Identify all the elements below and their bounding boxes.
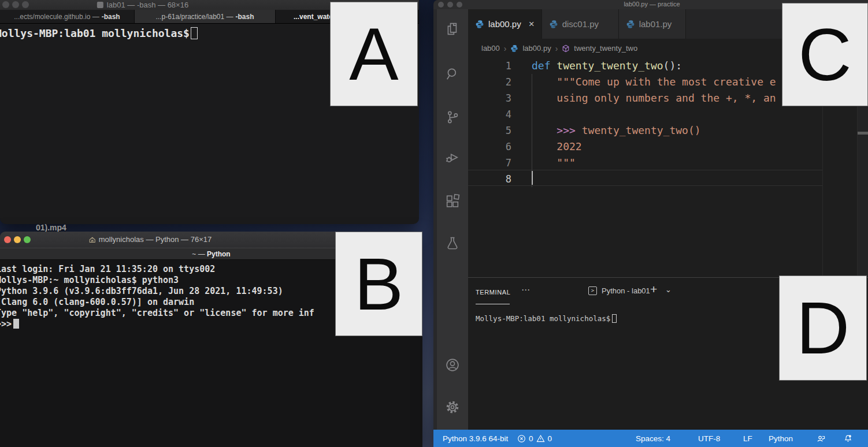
minimize-button[interactable]	[14, 236, 21, 243]
vscode-window-title: lab00.py — practice	[624, 1, 680, 8]
active-tab-underline	[476, 304, 510, 304]
line-number: 1	[468, 58, 511, 74]
python-file-icon	[549, 20, 558, 29]
label-box-d: D	[779, 275, 867, 381]
settings-gear-icon[interactable]	[444, 399, 461, 415]
tab-label: disc01.py	[562, 19, 599, 29]
code-line-1: def twenty_twenty_two():	[532, 58, 682, 74]
desktop: 01).mp4 lab01 — -bash — 68×16 ...ects/mo…	[0, 0, 868, 447]
label-letter-b: B	[354, 247, 403, 321]
breadcrumb-folder[interactable]: lab00	[481, 44, 500, 53]
code-line-3: using only numbers and the +, *, an	[532, 90, 776, 106]
vscode-terminal-prompt[interactable]: Mollys-MBP:lab01 mollynicholas$	[476, 314, 617, 323]
notifications-bell-icon[interactable]	[844, 430, 852, 447]
code-line-6: 2022	[532, 139, 582, 155]
line-number: 5	[468, 122, 511, 139]
label-letter-c: C	[798, 18, 851, 92]
label-letter-d: D	[796, 291, 850, 365]
tab-disc01-py[interactable]: disc01.py	[542, 9, 619, 39]
encoding-status[interactable]: UTF-8	[698, 430, 720, 447]
terminal-a-title: lab01 — -bash — 68×16	[97, 1, 188, 9]
label-box-c: C	[782, 3, 868, 106]
terminal-session-select[interactable]: > Python - lab01	[588, 286, 650, 295]
terminal-cursor	[13, 319, 19, 329]
eol-status[interactable]: LF	[743, 430, 752, 447]
new-terminal-button[interactable]: +	[650, 282, 657, 296]
terminal-panel-tab[interactable]: TERMINAL	[476, 289, 510, 296]
zoom-button[interactable]	[24, 236, 31, 243]
terminal-cursor	[191, 27, 198, 39]
home-icon	[89, 236, 96, 245]
zoom-button[interactable]	[457, 2, 462, 8]
close-button[interactable]	[438, 2, 444, 8]
chevron-right-icon: ›	[555, 44, 558, 53]
chevron-down-icon[interactable]: ⌄	[665, 285, 672, 294]
label-box-a: A	[330, 2, 418, 106]
breadcrumb-file[interactable]: lab00.py	[522, 44, 551, 53]
close-button[interactable]	[4, 236, 11, 243]
run-debug-icon[interactable]	[444, 149, 461, 165]
test-beaker-icon[interactable]	[444, 236, 461, 252]
account-icon[interactable]	[444, 357, 461, 373]
tab-label: lab00.py	[488, 19, 521, 29]
desktop-file-label[interactable]: 01).mp4	[36, 223, 66, 232]
extensions-icon[interactable]	[444, 193, 461, 209]
indentation-status[interactable]: Spaces: 4	[636, 430, 670, 447]
zoom-button[interactable]	[22, 1, 29, 8]
explorer-icon[interactable]	[444, 21, 461, 37]
breadcrumb-symbol[interactable]: twenty_twenty_two	[574, 44, 637, 53]
line-number: 7	[468, 155, 511, 171]
more-actions-icon[interactable]: ⋯	[521, 285, 531, 295]
terminal-b-tab[interactable]: ~ — Python	[192, 250, 230, 258]
terminal-session-label: Python - lab01	[602, 286, 650, 295]
symbol-namespace-icon	[562, 44, 570, 53]
chevron-right-icon: ›	[504, 44, 507, 53]
tab-label: lab01.py	[639, 19, 672, 29]
minimize-button[interactable]	[447, 2, 453, 8]
warning-icon	[536, 434, 545, 443]
error-count: 0	[529, 434, 533, 443]
terminal-icon: >	[588, 286, 597, 295]
language-mode-status[interactable]: Python	[769, 430, 793, 447]
line-number: 2	[468, 74, 511, 90]
label-box-b: B	[335, 232, 422, 336]
python-file-icon	[510, 44, 518, 53]
line-number: 3	[468, 90, 511, 106]
close-button[interactable]	[2, 1, 9, 8]
window-proxy-icon	[97, 2, 103, 8]
code-line-5: >>> twenty_twenty_two()	[532, 122, 701, 139]
python-file-icon	[475, 20, 484, 29]
line-number: 6	[468, 139, 511, 155]
status-bar: Python 3.9.6 64-bit 0 0 Spaces: 4 UTF-8 …	[433, 430, 868, 447]
code-line-7: """	[532, 155, 576, 171]
search-icon[interactable]	[444, 66, 461, 82]
line-number: 4	[468, 106, 511, 122]
terminal-tab-lab01[interactable]: ...p-61a/practice/lab01 — -bash	[135, 10, 276, 23]
problems-status[interactable]: 0 0	[517, 430, 552, 447]
close-tab-icon[interactable]: ×	[529, 18, 535, 30]
editor-cursor	[532, 171, 533, 185]
code-line-2: """Come up with the most creative e	[532, 74, 776, 90]
feedback-icon[interactable]	[817, 430, 825, 447]
python-interpreter-status[interactable]: Python 3.9.6 64-bit	[443, 430, 508, 447]
tab-lab01-py[interactable]: lab01.py	[619, 9, 686, 39]
source-control-icon[interactable]	[444, 109, 461, 125]
line-number: 8	[468, 171, 511, 187]
label-letter-a: A	[349, 17, 398, 91]
terminal-b-title: mollynicholas — Python — 76×17	[89, 235, 212, 245]
error-icon	[517, 434, 526, 443]
python-file-icon	[626, 20, 635, 29]
terminal-tab-molecule[interactable]: ...ects/molecule.github.io — -bash	[0, 10, 135, 23]
warning-count: 0	[548, 434, 552, 443]
scrollbar-slider[interactable]	[858, 132, 868, 135]
tab-lab00-py[interactable]: lab00.py ×	[468, 9, 542, 39]
terminal-cursor	[612, 314, 617, 323]
minimize-button[interactable]	[12, 1, 19, 8]
activity-bar	[433, 9, 468, 430]
